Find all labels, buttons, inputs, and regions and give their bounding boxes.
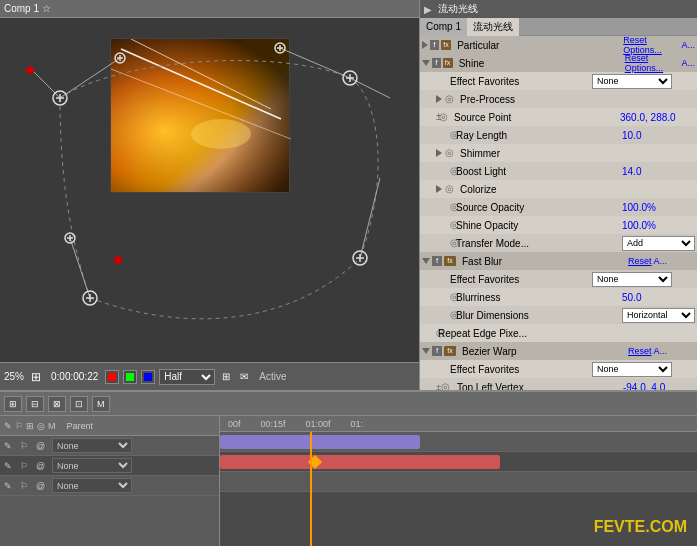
timeline-btn4[interactable]: ⊡ — [70, 396, 88, 412]
effects-comp-tab2[interactable]: 流动光线 — [467, 18, 519, 36]
timeline-btn2[interactable]: ⊟ — [26, 396, 44, 412]
fast-blur-more[interactable]: A... — [654, 256, 668, 266]
fast-blur-header[interactable]: f fx Fast Blur Reset A... — [420, 252, 697, 270]
particular-more[interactable]: A... — [681, 40, 695, 50]
timecode-button[interactable]: 0:00:00:22 — [48, 370, 101, 383]
bezier-warp-toggle[interactable]: f — [432, 346, 442, 356]
transfer-mode-row: ◎ Transfer Mode... Add Normal Screen — [420, 234, 697, 252]
shimmer-row[interactable]: ◎ Shimmer — [420, 144, 697, 162]
bezier-warp-header[interactable]: f fx Bezier Warp Reset A... — [420, 342, 697, 360]
shine-favorites-select[interactable]: None — [592, 74, 672, 89]
comp-viewer: Comp 1 ☆ — [0, 0, 420, 390]
transfer-mode-label: Transfer Mode... — [452, 238, 622, 249]
source-point-value[interactable]: 360.0, 288.0 — [620, 112, 676, 123]
shine-reset[interactable]: Reset Options... — [625, 53, 680, 73]
timeline-ruler: 00f 00:15f 01:00f 01: — [220, 416, 697, 432]
fast-blur-reset[interactable]: Reset — [628, 256, 652, 266]
fast-blur-label: Fast Blur — [458, 256, 628, 267]
fast-blur-toggle[interactable]: f — [432, 256, 442, 266]
particular-toggle[interactable]: f — [430, 40, 439, 50]
layer1-parent-select[interactable]: None — [52, 438, 132, 453]
shine-toggle[interactable]: f — [432, 58, 441, 68]
keyframe2 — [26, 66, 34, 74]
effects-comp-tabs: Comp 1 流动光线 — [420, 18, 697, 36]
ctrl-line5 — [70, 238, 90, 298]
timeline-area: ⊞ ⊟ ⊠ ⊡ M ✎ ⚐ ⊞ ◎ M Parent ✎ — [0, 390, 697, 546]
colorize-circle: ◎ — [444, 184, 454, 194]
layer3-icon2: ⚐ — [20, 481, 32, 491]
source-point-row: ± ◎ Source Point 360.0, 288.0 — [420, 108, 697, 126]
track-row-3 — [220, 472, 697, 492]
timeline-content: ✎ ⚐ ⊞ ◎ M Parent ✎ ⚐ @ None ✎ — [0, 416, 697, 546]
layer3-icon1: ✎ — [4, 481, 16, 491]
effects-comp-tab1[interactable]: Comp 1 — [420, 18, 467, 36]
boost-light-icon: ◎ — [422, 166, 450, 176]
shine-favorites-label: Effect Favorites — [422, 76, 592, 87]
timeline-btn3[interactable]: ⊠ — [48, 396, 66, 412]
keyframe1 — [114, 256, 122, 264]
quality-select[interactable]: Half Full Quarter — [159, 369, 215, 385]
layer3-parent-select[interactable]: None — [52, 478, 132, 493]
tlv-icon: ◎ — [441, 382, 451, 390]
shine-favorites-row: Effect Favorites None — [420, 72, 697, 90]
layer-row-1: ✎ ⚐ @ None — [0, 436, 219, 456]
bezier-warp-reset[interactable]: Reset — [628, 346, 652, 356]
timeline-layers: ✎ ⚐ ⊞ ◎ M Parent ✎ ⚐ @ None ✎ — [0, 416, 220, 546]
track-bar-1 — [220, 435, 420, 449]
layer-icons-bar: ✎ ⚐ ⊞ ◎ M Parent — [0, 416, 219, 436]
blur-dim-select[interactable]: Horizontal Vertical Both — [622, 308, 695, 323]
boost-light-row: ◎ Boost Light 14.0 — [420, 162, 697, 180]
fast-blur-favorites-select[interactable]: None — [592, 272, 672, 287]
effects-content[interactable]: f fx Particular Reset Options... A... f … — [420, 36, 697, 390]
shimmer-label: Shimmer — [456, 148, 626, 159]
fast-blur-fx: fx — [444, 256, 456, 266]
shine-header[interactable]: f fx Shine Reset Options... A... — [420, 54, 697, 72]
blurriness-value[interactable]: 50.0 — [622, 292, 641, 303]
track-area — [220, 432, 697, 546]
shine-opacity-value[interactable]: 100.0% — [622, 220, 656, 231]
layer1-icon1: ✎ — [4, 441, 16, 451]
ctrl-line3 — [280, 48, 350, 78]
source-opacity-value[interactable]: 100.0% — [622, 202, 656, 213]
effects-title-main: ▶ — [424, 4, 432, 15]
ray-length-value[interactable]: 10.0 — [622, 130, 641, 141]
particular-triangle — [422, 41, 428, 49]
track-bar-2 — [220, 455, 500, 469]
blurriness-row: ◎ Blurriness 50.0 — [420, 288, 697, 306]
shine-more[interactable]: A... — [681, 58, 695, 68]
bezier-warp-favorites-select[interactable]: None — [592, 362, 672, 377]
ctrl-line2 — [60, 58, 120, 98]
color-swatch-g — [123, 370, 137, 384]
bezier-warp-favorites-row: Effect Favorites None — [420, 360, 697, 378]
ctrl-line6 — [360, 178, 380, 258]
source-opacity-label: Source Opacity — [452, 202, 622, 213]
bezier-warp-more[interactable]: A... — [654, 346, 668, 356]
timeline-btn1[interactable]: ⊞ — [4, 396, 22, 412]
top-area: Comp 1 ☆ — [0, 0, 697, 390]
tlv-value[interactable]: -94.0, 4.0 — [623, 382, 665, 391]
toggle-grid[interactable]: ⊞ — [219, 370, 233, 383]
source-point-circle: ◎ — [438, 112, 448, 122]
layer2-icon1: ✎ — [4, 461, 16, 471]
shine-opacity-row: ◎ Shine Opacity 100.0% — [420, 216, 697, 234]
comp-titlebar: Comp 1 ☆ — [0, 0, 419, 18]
transfer-mode-select[interactable]: Add Normal Screen — [622, 236, 695, 251]
shimmer-circle: ◎ — [444, 148, 454, 158]
toggle-channels[interactable]: ✉ — [237, 370, 251, 383]
boost-light-value[interactable]: 14.0 — [622, 166, 641, 177]
layer-icon3: ⊞ — [26, 421, 34, 431]
layer-icon4: ◎ — [37, 421, 45, 431]
layer2-parent-select[interactable]: None — [52, 458, 132, 473]
timeline-btn5[interactable]: M — [92, 396, 110, 412]
zoom-button[interactable]: ⊞ — [28, 369, 44, 385]
particular-header[interactable]: f fx Particular Reset Options... A... — [420, 36, 697, 54]
colorize-row[interactable]: ◎ Colorize — [420, 180, 697, 198]
preprocess-row[interactable]: ◎ Pre-Process — [420, 90, 697, 108]
blur-dim-icon: ◎ — [422, 310, 450, 320]
path-dashed — [60, 61, 350, 98]
ray-length-row: ◎ Ray Length 10.0 — [420, 126, 697, 144]
repeat-edge-row: ◎ Repeat Edge Pixe... — [420, 324, 697, 342]
particular-fx: fx — [441, 40, 451, 50]
color-swatch-r — [105, 370, 119, 384]
shine-label: Shine — [455, 58, 625, 69]
